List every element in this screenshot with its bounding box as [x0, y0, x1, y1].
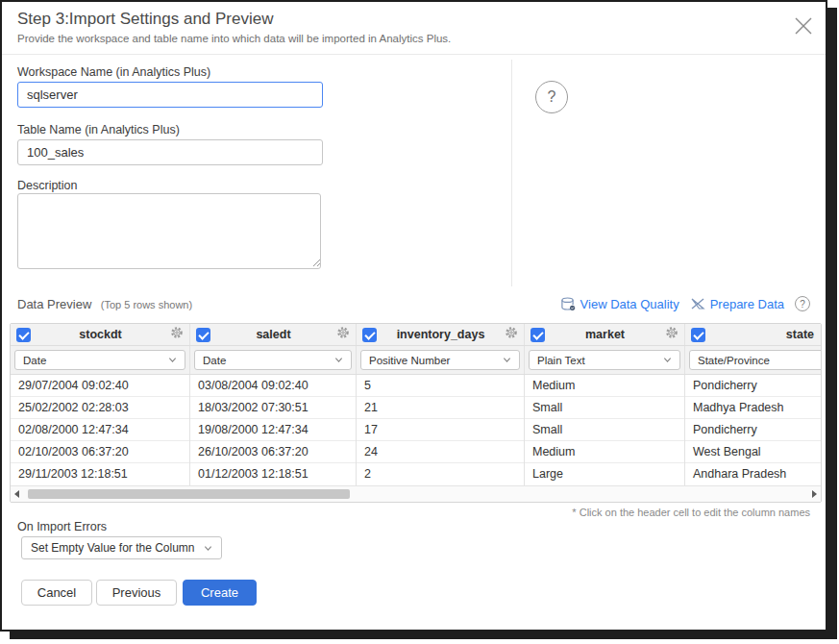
column-checkbox[interactable]	[16, 328, 31, 342]
table-cell: Medium	[525, 441, 685, 463]
screen: Step 3:Import Settings and Preview Provi…	[0, 0, 839, 644]
preview-help-icon[interactable]: ?	[795, 296, 810, 311]
table-body: 29/07/2004 09:02:4003/08/2004 09:02:405M…	[11, 375, 821, 485]
prepare-data-icon	[690, 297, 705, 310]
column-name: market	[549, 328, 661, 341]
table-cell: 18/03/2002 07:30:51	[190, 397, 357, 419]
cancel-button[interactable]: Cancel	[21, 580, 92, 606]
view-data-quality-link[interactable]: View Data Quality	[560, 297, 679, 311]
scrollbar-thumb[interactable]	[28, 489, 350, 499]
table-cell: 01/12/2003 12:18:51	[190, 463, 357, 485]
chevron-down-icon	[204, 544, 212, 553]
table-cell: 5	[357, 375, 525, 397]
question-glyph: ?	[548, 88, 556, 106]
column-header-inventory_days[interactable]: inventory_days	[357, 324, 525, 345]
column-name: inventory_days	[381, 328, 501, 341]
horizontal-scrollbar[interactable]	[11, 485, 821, 502]
table-row: 25/02/2002 02:28:0318/03/2002 07:30:5121…	[11, 397, 822, 419]
table-cell: 02/08/2000 12:47:34	[11, 419, 190, 441]
column-type-cell: Date	[190, 346, 357, 374]
workspace-name-label: Workspace Name (in Analytics Plus)	[17, 65, 210, 79]
column-name: state	[709, 328, 815, 341]
column-checkbox[interactable]	[362, 328, 377, 342]
column-type-select[interactable]: Date	[194, 350, 352, 370]
previous-button[interactable]: Previous	[96, 580, 177, 606]
table-cell: 02/10/2003 06:37:20	[11, 441, 190, 463]
preview-actions: View Data Quality Prepare Data ?	[560, 296, 810, 311]
column-type-cell: Positive Number	[357, 346, 525, 374]
table-name-input[interactable]	[17, 139, 323, 165]
table-row: 02/10/2003 06:37:2026/10/2003 06:37:2024…	[11, 441, 822, 463]
description-label: Description	[17, 179, 78, 192]
data-preview-title: Data Preview	[17, 297, 91, 311]
gear-icon[interactable]	[170, 326, 184, 343]
table-cell: Pondicherry	[685, 375, 821, 397]
column-type-select[interactable]: State/Province	[689, 350, 821, 370]
table-cell: Large	[525, 463, 685, 485]
table-cell: Medium	[525, 375, 685, 397]
on-import-errors-select[interactable]: Set Empty Value for the Column	[21, 536, 222, 559]
gear-icon[interactable]	[336, 326, 350, 343]
column-header-state[interactable]: state	[685, 324, 821, 345]
column-checkbox[interactable]	[196, 328, 210, 342]
scroll-right-arrow-icon[interactable]	[812, 490, 817, 498]
column-type-value: Plain Text	[537, 355, 585, 366]
data-preview-heading: Data Preview (Top 5 rows shown)	[17, 295, 192, 312]
table-row: 02/08/2000 12:47:3419/08/2000 12:47:3417…	[11, 419, 822, 441]
scroll-left-arrow-icon[interactable]	[14, 490, 19, 498]
column-header-market[interactable]: market	[525, 324, 685, 345]
description-textarea[interactable]	[17, 193, 321, 269]
column-type-value: Date	[203, 355, 226, 366]
column-type-value: Positive Number	[369, 355, 450, 366]
gear-icon[interactable]	[665, 326, 679, 343]
table-row: 29/07/2004 09:02:4003/08/2004 09:02:405M…	[11, 375, 822, 397]
gear-icon[interactable]	[505, 326, 518, 343]
table-cell: 17	[357, 419, 525, 441]
column-type-cell: State/Province	[685, 346, 821, 374]
table-cell: 2	[357, 463, 525, 485]
column-header-saledt[interactable]: saledt	[190, 324, 357, 345]
data-preview-bar: Data Preview (Top 5 rows shown) View Dat…	[17, 293, 810, 314]
table-cell: West Bengal	[685, 441, 821, 463]
help-icon[interactable]: ?	[535, 81, 568, 113]
table-cell: Small	[525, 397, 685, 419]
column-checkbox[interactable]	[531, 328, 545, 342]
table-cell: 24	[357, 441, 525, 463]
table-cell: 26/10/2003 06:37:20	[190, 441, 357, 463]
column-type-value: Date	[23, 355, 46, 366]
column-type-select[interactable]: Positive Number	[360, 350, 520, 370]
table-cell: 21	[357, 397, 525, 419]
table-cell: 19/08/2000 12:47:34	[190, 419, 357, 441]
table-cell: Small	[525, 419, 685, 441]
create-button[interactable]: Create	[183, 580, 257, 606]
edit-column-note: * Click on the header cell to edit the c…	[572, 507, 810, 518]
table-row: 29/11/2003 12:18:5101/12/2003 12:18:512L…	[11, 463, 822, 485]
table-cell: 29/07/2004 09:02:40	[11, 375, 190, 397]
table-cell: 29/11/2003 12:18:51	[11, 463, 190, 485]
question-glyph: ?	[800, 299, 805, 310]
column-name: stockdt	[35, 328, 166, 341]
column-type-cell: Plain Text	[525, 346, 685, 374]
table-name-label: Table Name (in Analytics Plus)	[17, 123, 180, 136]
column-type-value: State/Province	[698, 355, 770, 366]
prepare-data-link[interactable]: Prepare Data	[690, 297, 784, 311]
preview-table: stockdtsaledtinventory_daysmarketstate D…	[10, 323, 822, 503]
column-name: saledt	[214, 328, 333, 341]
workspace-name-input[interactable]	[17, 82, 323, 108]
column-type-select[interactable]: Date	[14, 350, 185, 370]
table-cell: 03/08/2004 09:02:40	[190, 375, 357, 397]
dialog-title: Step 3:Import Settings and Preview	[17, 10, 273, 29]
dialog-header: Step 3:Import Settings and Preview Provi…	[2, 2, 826, 55]
import-settings-dialog: Step 3:Import Settings and Preview Provi…	[0, 0, 827, 632]
column-type-row: DateDatePositive NumberPlain TextState/P…	[11, 346, 822, 375]
column-header-stockdt[interactable]: stockdt	[11, 324, 190, 345]
column-type-select[interactable]: Plain Text	[529, 350, 680, 370]
column-checkbox[interactable]	[691, 328, 705, 342]
column-type-cell: Date	[11, 346, 190, 374]
dialog-subtitle: Provide the workspace and table name int…	[17, 33, 451, 44]
table-cell: 25/02/2002 02:28:03	[11, 397, 190, 419]
view-data-quality-label: View Data Quality	[580, 297, 679, 311]
table-cell: Andhara Pradesh	[685, 463, 821, 485]
close-icon[interactable]	[793, 15, 814, 37]
form-divider	[511, 60, 512, 286]
